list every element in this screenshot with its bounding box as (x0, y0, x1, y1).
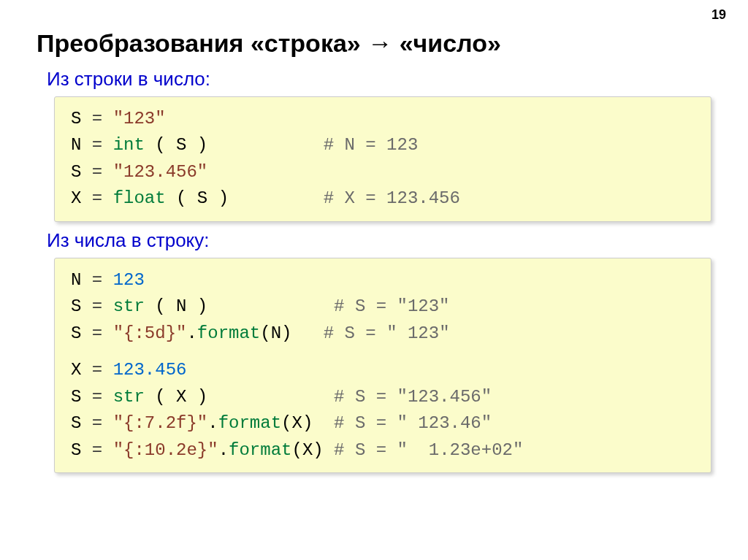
code-line: N = 123 (71, 267, 695, 294)
function-name: str (113, 296, 145, 316)
code-line: X = float ( S ) # X = 123.456 (71, 185, 695, 212)
comment: # S = " 1.23e+02" (334, 440, 523, 460)
padding (207, 135, 323, 155)
function-name: format (229, 440, 291, 460)
variable: S (71, 296, 81, 316)
string-literal: "{:7.2f}" (113, 413, 208, 433)
padding (324, 440, 334, 460)
args: ( S ) (145, 135, 207, 155)
string-literal: "123" (113, 109, 166, 129)
variable: S (71, 162, 81, 182)
number-literal: 123 (113, 270, 145, 290)
operator: = (81, 387, 112, 407)
operator: = (81, 162, 112, 182)
args: (X) (291, 440, 323, 460)
variable: N (71, 270, 81, 290)
comment: # S = " 123.46" (334, 413, 492, 433)
code-line: S = "123" (71, 106, 695, 132)
code-line: S = str ( X ) # S = "123.456" (71, 384, 695, 410)
padding (229, 188, 324, 208)
variable: X (71, 360, 81, 380)
number-literal: 123.456 (113, 360, 187, 380)
code-line: X = 123.456 (71, 357, 695, 383)
operator: = (81, 109, 112, 129)
padding (292, 323, 324, 343)
code-line: S = "{:7.2f}".format(X) # S = " 123.46" (71, 410, 695, 437)
subtitle-from-string: Из строки в число: (47, 68, 711, 91)
comment: # X = 123.456 (324, 188, 460, 208)
string-literal: "{:10.2e}" (113, 440, 218, 460)
comment: # S = " 123" (324, 323, 450, 343)
string-literal: "123.456" (113, 162, 208, 182)
operator: = (81, 135, 112, 155)
variable: S (71, 440, 81, 460)
dot: . (218, 440, 229, 460)
comment: # N = 123 (324, 135, 419, 155)
comment: # S = "123.456" (334, 387, 492, 407)
args: ( X ) (145, 387, 207, 407)
code-line (71, 347, 695, 357)
title-pre: Преобразования «строка» (37, 29, 367, 57)
function-name: format (197, 323, 260, 343)
dot: . (186, 323, 196, 343)
string-literal: "{:5d}" (113, 323, 187, 343)
code-line: S = "123.456" (71, 159, 695, 185)
operator: = (81, 323, 112, 343)
padding (313, 413, 334, 433)
page-title: Преобразования «строка» → «число» (37, 29, 711, 58)
code-line: S = "{:10.2e}".format(X) # S = " 1.23e+0… (71, 437, 695, 464)
operator: = (81, 188, 112, 208)
function-name: int (113, 135, 145, 155)
operator: = (81, 270, 112, 290)
code-line: S = str ( N ) # S = "123" (71, 294, 695, 320)
args: ( S ) (166, 188, 229, 208)
title-post: «число» (392, 29, 501, 57)
operator: = (81, 360, 112, 380)
args: (N) (260, 323, 291, 343)
code-line: N = int ( S ) # N = 123 (71, 132, 695, 158)
function-name: format (218, 413, 281, 433)
variable: S (71, 387, 81, 407)
comment: # S = "123" (334, 296, 449, 316)
subtitle-from-number: Из числа в строку: (47, 229, 711, 252)
function-name: str (113, 387, 145, 407)
operator: = (81, 413, 112, 433)
operator: = (81, 440, 112, 460)
padding (207, 296, 334, 316)
arrow-icon: → (367, 29, 392, 57)
dot: . (207, 413, 218, 433)
variable: S (71, 323, 81, 343)
code-box-string-to-number: S = "123" N = int ( S ) # N = 123 S = "1… (54, 96, 711, 222)
padding (207, 387, 334, 407)
variable: S (71, 413, 81, 433)
function-name: float (113, 188, 166, 208)
args: ( N ) (145, 296, 207, 316)
operator: = (81, 296, 112, 316)
code-box-number-to-string: N = 123 S = str ( N ) # S = "123" S = "{… (54, 258, 711, 473)
variable: S (71, 109, 81, 129)
variable: X (71, 188, 81, 208)
page-number: 19 (711, 7, 726, 23)
code-line: S = "{:5d}".format(N) # S = " 123" (71, 321, 695, 347)
variable: N (71, 135, 81, 155)
args: (X) (281, 413, 313, 433)
